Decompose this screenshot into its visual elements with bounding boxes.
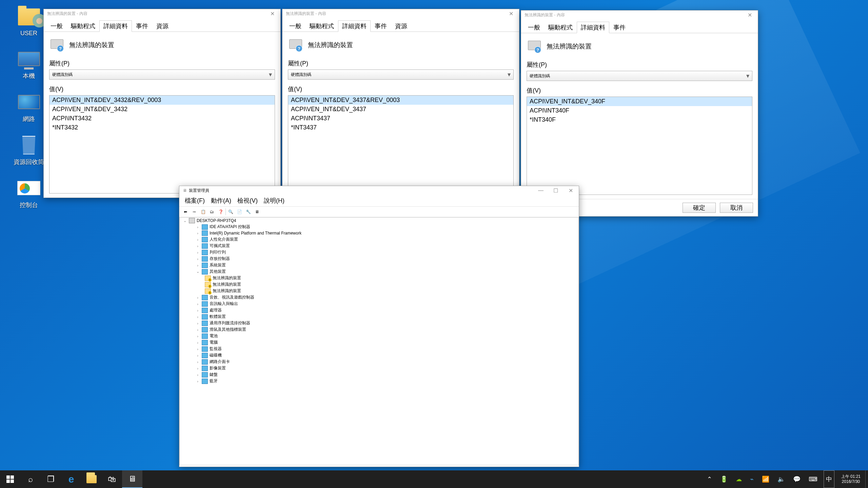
close-icon[interactable]: ✕ [563, 186, 578, 195]
show-desktop-button[interactable] [865, 470, 868, 488]
tab-4[interactable]: 資源 [391, 20, 411, 32]
file-explorer-icon[interactable] [81, 470, 102, 488]
tree-node[interactable]: ›處理器 [180, 307, 578, 313]
titlebar[interactable]: 🖥裝置管理員 — ☐ ✕ [179, 186, 579, 195]
bluetooth-icon[interactable]: ⌁ [746, 470, 758, 488]
tree-node[interactable]: ›監視器 [180, 346, 578, 352]
menu-item[interactable]: 說明(H) [261, 196, 287, 206]
property-dropdown[interactable]: 硬體識別碼 [527, 71, 752, 81]
start-button[interactable] [0, 470, 20, 488]
list-item[interactable]: *INT3437 [288, 123, 513, 132]
devmgr-taskbar-icon[interactable]: 🖥 [122, 470, 142, 488]
tray-expand-icon[interactable]: ⌃ [703, 470, 716, 488]
menu-item[interactable]: 檔案(F) [182, 196, 208, 206]
list-item[interactable]: ACPI\VEN_INT&DEV_3432 [50, 105, 275, 114]
tree-node[interactable]: ›音訊輸入與輸出 [180, 301, 578, 307]
toolbar-btn[interactable]: 📄 [235, 208, 243, 216]
tree-node[interactable]: ›鍵盤 [180, 371, 578, 378]
titlebar[interactable]: 無法辨識的裝置 - 內容 ✕ [521, 11, 758, 19]
edge-icon[interactable]: e [61, 470, 81, 488]
tree-node[interactable]: ›網路介面卡 [180, 359, 578, 365]
ok-button[interactable]: 確定 [683, 203, 716, 213]
tree-node[interactable]: 無法辨識的裝置 [180, 288, 578, 294]
tab-3[interactable]: 事件 [132, 20, 152, 32]
list-item[interactable]: *INT340F [527, 115, 752, 124]
device-tree[interactable]: ⌄DESKTOP-RHP3TQ4›IDE ATA/ATAPI 控制器›Intel… [179, 217, 579, 465]
back-icon[interactable]: ⬅ [181, 208, 190, 216]
tab-2[interactable]: 詳細資料 [99, 20, 132, 32]
tree-node[interactable]: ›Intel(R) Dynamic Platform and Thermal F… [180, 230, 578, 236]
toolbar-btn[interactable]: 🔧 [244, 208, 252, 216]
property-dropdown[interactable]: 硬體識別碼 [288, 69, 514, 80]
list-item[interactable]: ACPI\INT3437 [288, 114, 513, 123]
tree-node[interactable]: 無法辨識的裝置 [180, 281, 578, 288]
tree-node[interactable]: ›人性化介面裝置 [180, 236, 578, 243]
store-icon[interactable]: 🛍 [102, 470, 122, 488]
list-item[interactable]: ACPI\VEN_INT&DEV_3432&REV_0003 [50, 96, 275, 105]
list-item[interactable]: *INT3432 [50, 123, 275, 132]
list-item[interactable]: ACPI\INT340F [527, 106, 752, 115]
list-item[interactable]: ACPI\INT3432 [50, 114, 275, 123]
minimize-icon[interactable]: — [533, 186, 548, 195]
help-icon[interactable]: ❓ [217, 208, 225, 216]
property-dropdown[interactable]: 硬體識別碼 [49, 69, 275, 80]
tab-3[interactable]: 事件 [609, 22, 630, 33]
wifi-icon[interactable]: 📶 [758, 470, 773, 488]
toolbar-btn[interactable]: 🔍 [226, 208, 235, 216]
menu-item[interactable]: 動作(A) [208, 196, 234, 206]
tab-1[interactable]: 驅動程式 [305, 20, 338, 32]
tab-2[interactable]: 詳細資料 [338, 20, 371, 32]
value-listbox[interactable]: ACPI\VEN_INT&DEV_340FACPI\INT340F*INT340… [527, 97, 752, 195]
clock[interactable]: 上午 01:21 2016/7/30 [836, 474, 865, 484]
tab-3[interactable]: 事件 [371, 20, 391, 32]
titlebar[interactable]: 無法辨識的裝置 - 內容 ✕ [282, 9, 519, 18]
cancel-button[interactable]: 取消 [720, 203, 753, 213]
tab-0[interactable]: 一般 [524, 22, 544, 33]
tree-node[interactable]: ›通用序列匯流排控制器 [180, 320, 578, 326]
close-icon[interactable]: ✕ [742, 11, 757, 19]
list-item[interactable]: ACPI\VEN_INT&DEV_340F [527, 97, 752, 106]
tree-node[interactable]: ›可攜式裝置 [180, 243, 578, 249]
task-view-icon[interactable]: ❐ [41, 470, 61, 488]
tab-1[interactable]: 驅動程式 [544, 22, 577, 33]
tree-node[interactable]: ›影像裝置 [180, 365, 578, 371]
tree-node[interactable]: ›音效、視訊及遊戲控制器 [180, 294, 578, 301]
close-icon[interactable]: ✕ [504, 9, 518, 18]
menu-item[interactable]: 檢視(V) [235, 196, 260, 206]
tree-node[interactable]: ›IDE ATA/ATAPI 控制器 [180, 224, 578, 230]
onedrive-icon[interactable]: ☁ [732, 470, 746, 488]
tree-node[interactable]: ›滑鼠及其他指標裝置 [180, 326, 578, 333]
tree-node[interactable]: ›系統裝置 [180, 262, 578, 268]
tab-0[interactable]: 一般 [46, 20, 67, 32]
battery-icon[interactable]: 🔋 [716, 470, 732, 488]
search-icon[interactable]: ⌕ [20, 470, 41, 488]
tab-4[interactable]: 資源 [152, 20, 173, 32]
tree-node[interactable]: ›軟體裝置 [180, 313, 578, 320]
keyboard-icon[interactable]: ⌨ [805, 470, 822, 488]
tree-node[interactable]: ⌄其他裝置 [180, 268, 578, 275]
toolbar-btn[interactable]: 🗂 [208, 208, 216, 216]
list-item[interactable]: ACPI\VEN_INT&DEV_3437&REV_0003 [288, 96, 513, 105]
tab-2[interactable]: 詳細資料 [577, 22, 609, 33]
tab-0[interactable]: 一般 [285, 20, 305, 32]
tree-node[interactable]: ›存放控制器 [180, 256, 578, 262]
tree-node[interactable]: ›磁碟機 [180, 352, 578, 359]
value-listbox[interactable]: ACPI\VEN_INT&DEV_3432&REV_0003ACPI\VEN_I… [49, 95, 275, 194]
ime-indicator[interactable]: 中 [824, 470, 834, 488]
maximize-icon[interactable]: ☐ [548, 186, 563, 195]
tree-node[interactable]: ›電池 [180, 333, 578, 339]
toolbar-btn[interactable]: 📋 [199, 208, 207, 216]
action-center-icon[interactable]: 💬 [789, 470, 805, 488]
tab-1[interactable]: 驅動程式 [67, 20, 99, 32]
tree-node[interactable]: 無法辨識的裝置 [180, 275, 578, 281]
tree-node[interactable]: ›電腦 [180, 339, 578, 346]
close-icon[interactable]: ✕ [265, 9, 280, 18]
forward-icon[interactable]: ➡ [190, 208, 198, 216]
titlebar[interactable]: 無法辨識的裝置 - 內容 ✕ [44, 9, 280, 18]
toolbar-btn[interactable]: 🖥 [253, 208, 261, 216]
volume-icon[interactable]: 🔈 [773, 470, 789, 488]
value-listbox[interactable]: ACPI\VEN_INT&DEV_3437&REV_0003ACPI\VEN_I… [288, 95, 514, 194]
tree-root[interactable]: ⌄DESKTOP-RHP3TQ4 [180, 218, 578, 224]
tree-node[interactable]: ›藍牙 [180, 378, 578, 384]
list-item[interactable]: ACPI\VEN_INT&DEV_3437 [288, 105, 513, 114]
